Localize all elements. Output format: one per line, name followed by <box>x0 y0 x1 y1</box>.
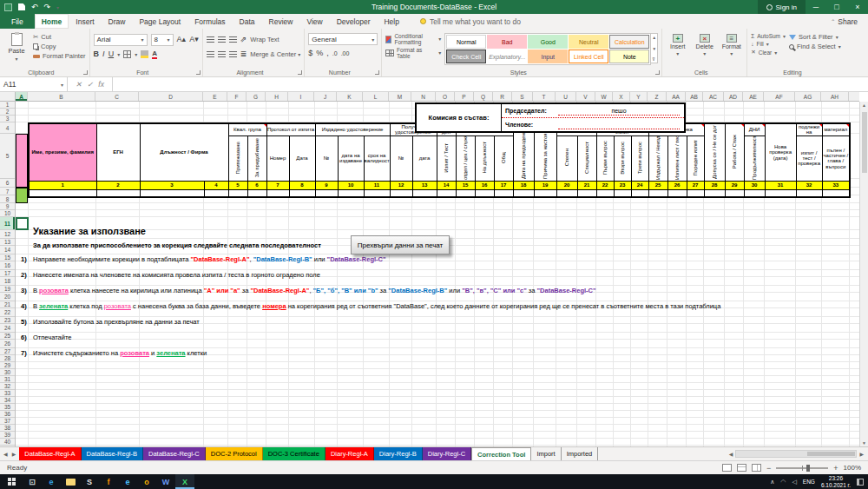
font-dialog-launcher[interactable] <box>196 70 201 75</box>
sheet-tab-diary-regl-c[interactable]: Diary-Regl-C <box>423 447 471 460</box>
column-header-G[interactable]: G <box>247 92 266 101</box>
row-header-17[interactable]: 17 <box>0 270 15 277</box>
data-cell[interactable] <box>513 189 534 197</box>
row-header-5[interactable]: 5 <box>0 134 15 179</box>
table-header-cell[interactable]: Нова проверка (дата) <box>765 123 796 181</box>
tray-expand-icon[interactable]: ∧ <box>770 479 774 486</box>
column-number-cell[interactable]: 1 <box>29 181 96 189</box>
indent-icon[interactable]: ≣ <box>240 50 247 58</box>
autosum-button[interactable]: ΣAutoSum▾ <box>751 33 786 39</box>
data-cell[interactable] <box>704 189 725 197</box>
column-header-AE[interactable]: AE <box>743 92 764 101</box>
column-header-Z[interactable]: Z <box>648 92 667 101</box>
format-painter-button[interactable]: Format Painter <box>33 52 86 60</box>
share-button[interactable]: ⌃ Share <box>820 14 868 29</box>
column-number-cell[interactable]: 29 <box>725 181 744 189</box>
clear-button[interactable]: ✕Clear▾ <box>751 49 786 56</box>
table-header-cell[interactable]: подлежи на <box>796 123 822 135</box>
column-header-N[interactable]: N <box>411 92 436 101</box>
start-button[interactable] <box>0 474 23 489</box>
bold-button[interactable]: B <box>94 50 100 58</box>
table-header-cell[interactable]: Общ <box>494 135 513 181</box>
column-header-AA[interactable]: AA <box>667 92 686 101</box>
copy-button[interactable]: Copy <box>33 43 86 50</box>
sort-filter-button[interactable]: Sort & Filter▾ <box>789 33 841 41</box>
row-header-2[interactable]: 2 <box>0 109 15 116</box>
alignment-dialog-launcher[interactable] <box>298 70 302 75</box>
table-header-cell[interactable]: № <box>390 135 412 181</box>
column-number-cell[interactable]: 26 <box>667 181 687 189</box>
format-as-table-button[interactable]: Format as Table▾ <box>385 47 441 59</box>
column-number-cell[interactable]: 21 <box>577 181 596 189</box>
clock[interactable]: 23:26 6.10.2021 г. <box>821 475 851 488</box>
row-header-7[interactable]: 7 <box>0 188 15 195</box>
sign-in-button[interactable]: Sign in <box>758 0 806 14</box>
conditional-formatting-button[interactable]: Conditional Formatting▾ <box>385 33 441 45</box>
column-header-L[interactable]: L <box>363 92 389 101</box>
row-header-27[interactable]: 27 <box>0 348 15 355</box>
formula-input[interactable] <box>113 77 868 91</box>
vertical-scroll-thumb[interactable] <box>862 112 867 173</box>
column-number-cell[interactable]: 23 <box>614 181 631 189</box>
sheet-nav-right-icon[interactable]: ▶ <box>12 451 16 457</box>
number-dialog-launcher[interactable] <box>375 70 379 75</box>
table-header-cell[interactable]: дата <box>412 135 437 181</box>
sheet-tab-doc-2-protocol[interactable]: DOC-2 Protocol <box>206 447 263 460</box>
column-number-cell[interactable]: 7 <box>266 181 289 189</box>
column-number-cell[interactable]: 3 <box>140 181 204 189</box>
table-header-cell[interactable]: Притежавана <box>228 135 247 181</box>
column-header-K[interactable]: K <box>337 92 363 101</box>
column-number-cell[interactable]: 33 <box>822 181 850 189</box>
format-cells-button[interactable]: ≡ Format▾ <box>720 31 743 56</box>
data-cell[interactable] <box>364 189 390 197</box>
cell-style-check-cell[interactable]: Check Cell <box>446 50 486 63</box>
row-header-12[interactable]: 12 <box>0 230 15 239</box>
column-number-cell[interactable]: 6 <box>247 181 266 189</box>
table-header-cell[interactable]: ЕГН <box>96 123 140 181</box>
table-header-cell[interactable]: материал <box>822 123 850 135</box>
clipboard-dialog-launcher[interactable] <box>83 70 88 75</box>
column-header-A[interactable]: A <box>16 92 28 101</box>
cell-style-normal[interactable]: Normal <box>446 35 486 49</box>
borders-icon[interactable] <box>123 50 131 58</box>
column-number-cell[interactable]: 27 <box>687 181 704 189</box>
data-cell[interactable] <box>315 189 338 197</box>
row-header-28[interactable]: 28 <box>0 355 15 362</box>
data-cell[interactable] <box>534 189 556 197</box>
table-header-cell[interactable]: Протокол от изпита <box>266 123 315 135</box>
row-header-33[interactable]: 33 <box>0 390 15 397</box>
sheet-area[interactable]: Комисия в състав: Председател: пешо Член… <box>16 102 859 446</box>
taskbar-icon-word[interactable]: W <box>156 474 175 489</box>
data-cell[interactable] <box>765 189 796 197</box>
column-number-cell[interactable]: 25 <box>648 181 667 189</box>
vertical-scrollbar[interactable]: ▲ ▼ <box>859 102 868 446</box>
sheet-tab-import[interactable]: Import <box>531 447 561 460</box>
taskbar-icon-store[interactable]: S <box>80 474 99 489</box>
column-number-cell[interactable]: 18 <box>513 181 534 189</box>
column-header-W[interactable]: W <box>595 92 613 101</box>
column-number-cell[interactable]: 14 <box>437 181 456 189</box>
volume-icon[interactable]: ◁ <box>792 479 796 486</box>
zoom-slider-thumb[interactable] <box>806 465 810 472</box>
table-header-cell[interactable]: Дата <box>289 135 315 181</box>
table-header-cell[interactable]: Издадено удостоверение <box>315 123 390 135</box>
row-header-20[interactable]: 20 <box>0 293 15 301</box>
column-number-cell[interactable]: 22 <box>596 181 614 189</box>
close-button[interactable]: × <box>847 0 868 14</box>
row-header-37[interactable]: 37 <box>0 418 15 425</box>
align-top-icon[interactable] <box>207 36 214 43</box>
transfer-print-button[interactable]: Прехвърли данни за печат <box>351 235 450 254</box>
column-number-cell[interactable]: 2 <box>96 181 140 189</box>
row-header-10[interactable]: 10 <box>0 210 15 217</box>
row-header-34[interactable]: 34 <box>0 397 15 404</box>
column-number-cell[interactable]: 4 <box>204 181 228 189</box>
sheet-tab-diary-regl-a[interactable]: Diary-Regl-A <box>326 447 374 460</box>
column-header-E[interactable]: E <box>203 92 227 101</box>
delete-cells-button[interactable]: × Delete▾ <box>693 31 716 56</box>
column-header-H[interactable]: H <box>266 92 288 101</box>
taskbar-icon-task-view[interactable]: ⊡ <box>23 474 42 489</box>
table-header-cell[interactable]: На длъжност <box>475 135 494 181</box>
row-header-3[interactable]: 3 <box>0 116 15 122</box>
table-header-cell[interactable]: пълен / частичен / глава / въпроси <box>822 135 850 181</box>
column-number-cell[interactable]: 5 <box>228 181 247 189</box>
